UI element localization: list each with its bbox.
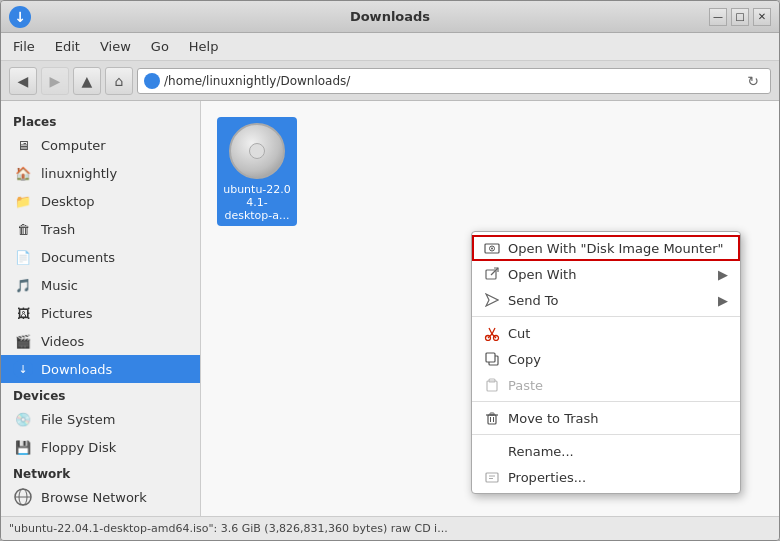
ctx-paste[interactable]: Paste [472, 372, 740, 398]
sidebar-item-computer[interactable]: 🖥 Computer [1, 131, 200, 159]
sidebar-item-music[interactable]: 🎵 Music [1, 271, 200, 299]
titlebar-left: ↓ [9, 6, 31, 28]
ctx-separator-1 [472, 316, 740, 317]
network-header: Network [1, 461, 200, 483]
back-button[interactable]: ◀ [9, 67, 37, 95]
address-text[interactable]: /home/linuxnightly/Downloads/ [164, 74, 738, 88]
sidebar-label-browse-network: Browse Network [41, 490, 147, 505]
rename-icon [484, 443, 500, 459]
disk-mounter-icon [484, 240, 500, 256]
menu-file[interactable]: File [5, 36, 43, 57]
titlebar: ↓ Downloads — □ ✕ [1, 1, 779, 33]
menubar: File Edit View Go Help [1, 33, 779, 61]
ctx-label-cut: Cut [508, 326, 530, 341]
computer-icon: 🖥 [13, 135, 33, 155]
refresh-button[interactable]: ↻ [742, 70, 764, 92]
statusbar: "ubuntu-22.04.1-desktop-amd64.iso": 3.6 … [1, 516, 779, 540]
sidebar-label-filesystem: File System [41, 412, 115, 427]
ctx-label-copy: Copy [508, 352, 541, 367]
main-area: Places 🖥 Computer 🏠 linuxnightly 📁 Deskt… [1, 101, 779, 516]
ctx-properties[interactable]: Properties... [472, 464, 740, 490]
ctx-rename[interactable]: Rename... [472, 438, 740, 464]
properties-icon [484, 469, 500, 485]
svg-rect-15 [486, 353, 495, 362]
menu-view[interactable]: View [92, 36, 139, 57]
music-icon: 🎵 [13, 275, 33, 295]
context-menu: Open With "Disk Image Mounter" Open With… [471, 231, 741, 494]
ctx-open-with[interactable]: Open With ▶ [472, 261, 740, 287]
svg-line-7 [491, 268, 498, 275]
ctx-cut[interactable]: Cut [472, 320, 740, 346]
app-icon: ↓ [9, 6, 31, 28]
sidebar-item-trash[interactable]: 🗑 Trash [1, 215, 200, 243]
sidebar-item-pictures[interactable]: 🖼 Pictures [1, 299, 200, 327]
forward-button[interactable]: ▶ [41, 67, 69, 95]
ctx-label-properties: Properties... [508, 470, 586, 485]
ctx-label-rename: Rename... [508, 444, 574, 459]
desktop-icon: 📁 [13, 191, 33, 211]
sidebar-item-desktop[interactable]: 📁 Desktop [1, 187, 200, 215]
ctx-copy[interactable]: Copy [472, 346, 740, 372]
cut-icon [484, 325, 500, 341]
minimize-button[interactable]: — [709, 8, 727, 26]
maximize-button[interactable]: □ [731, 8, 749, 26]
sidebar-item-floppy[interactable]: 💾 Floppy Disk [1, 433, 200, 461]
ctx-separator-2 [472, 401, 740, 402]
up-button[interactable]: ▲ [73, 67, 101, 95]
sidebar-label-trash: Trash [41, 222, 75, 237]
sidebar-item-browse-network[interactable]: Browse Network [1, 483, 200, 511]
file-area[interactable]: ubuntu-22.04.1-desktop-a... Open With "D… [201, 101, 779, 516]
ctx-label-send-to: Send To [508, 293, 559, 308]
ctx-open-with-disk-image-mounter[interactable]: Open With "Disk Image Mounter" [472, 235, 740, 261]
move-trash-icon [484, 410, 500, 426]
sidebar-item-documents[interactable]: 📄 Documents [1, 243, 200, 271]
filesystem-icon: 💿 [13, 409, 33, 429]
home-button[interactable]: ⌂ [105, 67, 133, 95]
open-with-icon [484, 266, 500, 282]
ctx-label-open-disk-image: Open With "Disk Image Mounter" [508, 241, 723, 256]
svg-rect-18 [488, 415, 496, 424]
floppy-icon: 💾 [13, 437, 33, 457]
places-header: Places [1, 109, 200, 131]
menu-edit[interactable]: Edit [47, 36, 88, 57]
iso-file-icon [227, 121, 287, 181]
address-bar: /home/linuxnightly/Downloads/ ↻ [137, 68, 771, 94]
sidebar: Places 🖥 Computer 🏠 linuxnightly 📁 Deskt… [1, 101, 201, 516]
ctx-label-move-trash: Move to Trash [508, 411, 599, 426]
downloads-icon: ↓ [13, 359, 33, 379]
file-item-name: ubuntu-22.04.1-desktop-a... [221, 183, 293, 222]
file-item-iso[interactable]: ubuntu-22.04.1-desktop-a... [217, 117, 297, 226]
status-text: "ubuntu-22.04.1-desktop-amd64.iso": 3.6 … [9, 522, 448, 535]
sidebar-item-linuxnightly[interactable]: 🏠 linuxnightly [1, 159, 200, 187]
close-button[interactable]: ✕ [753, 8, 771, 26]
svg-line-12 [489, 328, 492, 334]
window-title: Downloads [350, 9, 430, 24]
open-with-arrow: ▶ [718, 267, 728, 282]
ctx-send-to[interactable]: Send To ▶ [472, 287, 740, 313]
sidebar-item-downloads[interactable]: ↓ Downloads [1, 355, 200, 383]
sidebar-label-music: Music [41, 278, 78, 293]
sidebar-label-documents: Documents [41, 250, 115, 265]
pictures-icon: 🖼 [13, 303, 33, 323]
sidebar-label-downloads: Downloads [41, 362, 112, 377]
copy-icon [484, 351, 500, 367]
titlebar-buttons: — □ ✕ [709, 8, 771, 26]
ctx-label-open-with: Open With [508, 267, 576, 282]
sidebar-label-computer: Computer [41, 138, 106, 153]
ctx-move-to-trash[interactable]: Move to Trash [472, 405, 740, 431]
menu-help[interactable]: Help [181, 36, 227, 57]
ctx-label-paste: Paste [508, 378, 543, 393]
menu-go[interactable]: Go [143, 36, 177, 57]
location-icon [144, 73, 160, 89]
svg-line-13 [492, 328, 495, 334]
sidebar-item-videos[interactable]: 🎬 Videos [1, 327, 200, 355]
sidebar-item-filesystem[interactable]: 💿 File System [1, 405, 200, 433]
devices-header: Devices [1, 383, 200, 405]
main-window: ↓ Downloads — □ ✕ File Edit View Go Help… [0, 0, 780, 541]
network-icon [13, 487, 33, 507]
sidebar-label-videos: Videos [41, 334, 84, 349]
sidebar-label-pictures: Pictures [41, 306, 92, 321]
file-grid: ubuntu-22.04.1-desktop-a... [201, 101, 779, 242]
send-to-arrow: ▶ [718, 293, 728, 308]
svg-point-5 [491, 248, 493, 250]
